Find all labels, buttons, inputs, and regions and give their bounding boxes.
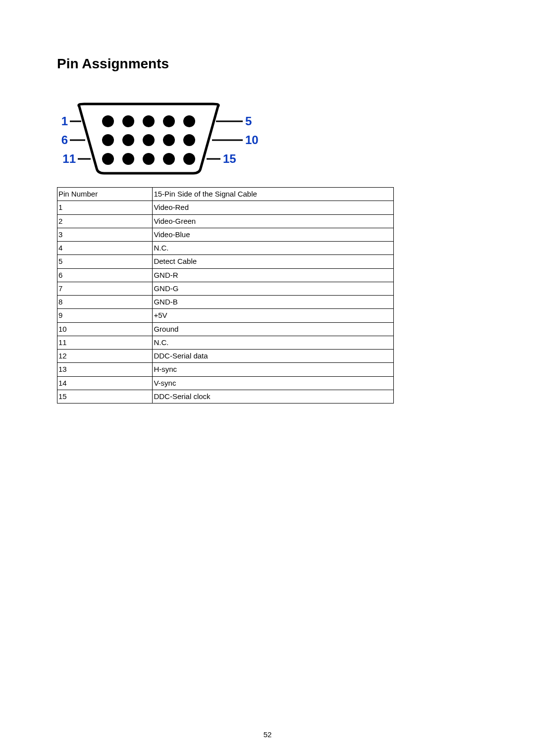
table-row: 7GND-G — [57, 282, 394, 295]
table-row: 3Video-Blue — [57, 228, 394, 241]
pin-dot — [102, 134, 114, 146]
pin-dot — [143, 134, 155, 146]
cell-desc: DDC-Serial data — [153, 350, 394, 363]
cell-desc: N.C. — [153, 242, 394, 255]
table-row: 13H-sync — [57, 363, 394, 376]
connector-diagram: 1 5 6 10 11 15 — [57, 99, 263, 178]
table-row: 4N.C. — [57, 242, 394, 255]
pin-dot — [102, 115, 114, 127]
cell-pin: 10 — [57, 322, 153, 336]
cell-pin: 5 — [57, 255, 153, 268]
cell-desc: Detect Cable — [153, 255, 394, 268]
section-title: Pin Assignments — [57, 56, 478, 72]
pin-dot — [163, 115, 175, 127]
diagram-label: 6 — [61, 133, 68, 147]
pin-dot — [143, 153, 155, 165]
cell-desc: GND-B — [153, 296, 394, 309]
page: Pin Assignments — [0, 0, 535, 756]
pin-assignment-table: Pin Number 15-Pin Side of the Signal Cab… — [57, 187, 394, 403]
pin-dot — [122, 115, 134, 127]
table-row: 1Video-Red — [57, 201, 394, 214]
cell-pin: 9 — [57, 309, 153, 322]
diagram-label: 10 — [245, 133, 259, 147]
cell-pin: 12 — [57, 350, 153, 363]
pin-dot — [183, 115, 195, 127]
col-header-desc: 15-Pin Side of the Signal Cable — [153, 188, 394, 201]
cell-desc: Video-Blue — [153, 228, 394, 241]
diagram-label: 5 — [245, 114, 252, 128]
table-row: 15DDC-Serial clock — [57, 390, 394, 403]
cell-desc: N.C. — [153, 336, 394, 349]
table-row: 11N.C. — [57, 336, 394, 349]
pin-dot — [163, 153, 175, 165]
cell-desc: GND-G — [153, 282, 394, 295]
cell-desc: Video-Green — [153, 214, 394, 228]
cell-pin: 1 — [57, 201, 153, 214]
table-row: 5Detect Cable — [57, 255, 394, 268]
pin-dot — [183, 153, 195, 165]
pin-dot — [163, 134, 175, 146]
diagram-label: 1 — [61, 114, 68, 128]
cell-pin: 11 — [57, 336, 153, 349]
cell-desc: H-sync — [153, 363, 394, 376]
cell-pin: 8 — [57, 296, 153, 309]
page-number: 52 — [0, 730, 535, 739]
cell-pin: 3 — [57, 228, 153, 241]
pin-dot — [102, 153, 114, 165]
cell-pin: 14 — [57, 376, 153, 390]
cell-desc: GND-R — [153, 268, 394, 282]
table-row: 8GND-B — [57, 296, 394, 309]
cell-desc: V-sync — [153, 376, 394, 390]
pin-dot — [143, 115, 155, 127]
pin-dot — [122, 153, 134, 165]
cell-pin: 2 — [57, 214, 153, 228]
table-row: 12DDC-Serial data — [57, 350, 394, 363]
cell-desc: Ground — [153, 322, 394, 336]
cell-desc: Video-Red — [153, 201, 394, 214]
diagram-label: 11 — [62, 152, 76, 165]
diagram-label: 15 — [223, 152, 236, 165]
table-row: 9+5V — [57, 309, 394, 322]
table-header-row: Pin Number 15-Pin Side of the Signal Cab… — [57, 188, 394, 201]
cell-pin: 15 — [57, 390, 153, 403]
col-header-pin: Pin Number — [57, 188, 153, 201]
table-row: 2Video-Green — [57, 214, 394, 228]
pin-dot — [122, 134, 134, 146]
cell-pin: 7 — [57, 282, 153, 295]
cell-desc: DDC-Serial clock — [153, 390, 394, 403]
table-row: 6GND-R — [57, 268, 394, 282]
connector-svg: 1 5 6 10 11 15 — [57, 99, 263, 178]
table-row: 14V-sync — [57, 376, 394, 390]
cell-pin: 6 — [57, 268, 153, 282]
pin-dot — [183, 134, 195, 146]
table-row: 10Ground — [57, 322, 394, 336]
cell-desc: +5V — [153, 309, 394, 322]
cell-pin: 13 — [57, 363, 153, 376]
cell-pin: 4 — [57, 242, 153, 255]
